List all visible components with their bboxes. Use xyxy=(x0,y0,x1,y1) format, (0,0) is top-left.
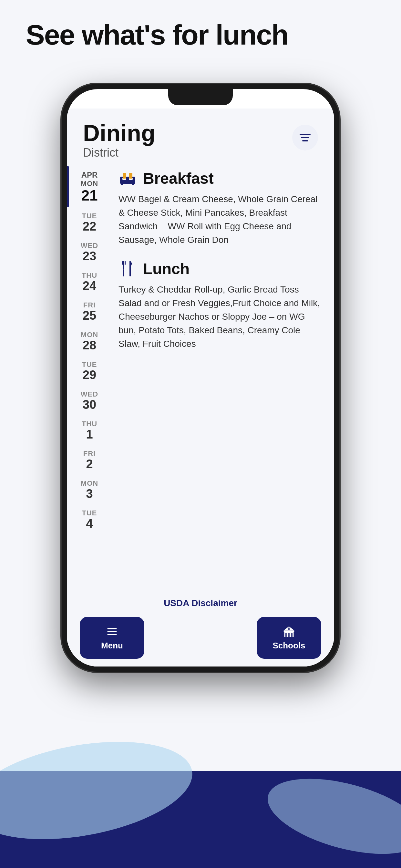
date-num: 4 xyxy=(86,517,93,530)
filter-button[interactable] xyxy=(292,125,318,151)
header-section: See what's for lunch xyxy=(0,20,401,51)
breakfast-section: Breakfast WW Bagel & Cream Cheese, Whole… xyxy=(119,169,321,247)
date-day-name: THU xyxy=(82,420,97,428)
svg-rect-3 xyxy=(123,173,126,179)
svg-rect-22 xyxy=(288,627,289,630)
menu-nav-button[interactable]: Menu xyxy=(80,617,144,659)
date-num: 24 xyxy=(83,280,96,292)
date-day-name: WED xyxy=(81,390,98,399)
date-day-name: MON xyxy=(81,479,98,488)
date-month: Apr xyxy=(81,170,98,180)
date-num: 22 xyxy=(83,220,96,232)
menu-nav-label: Menu xyxy=(101,641,123,651)
date-item[interactable]: WED 30 xyxy=(67,385,112,415)
date-day-name: TUE xyxy=(82,361,97,369)
notch xyxy=(168,89,233,105)
breakfast-icon xyxy=(119,169,136,187)
bottom-nav: Menu xyxy=(67,612,334,666)
app-title-block: Dining District xyxy=(83,121,155,159)
schools-nav-icon xyxy=(282,625,296,638)
svg-rect-6 xyxy=(121,183,123,185)
svg-rect-8 xyxy=(123,261,124,269)
date-num: 29 xyxy=(83,369,96,381)
date-item[interactable]: TUE 4 xyxy=(67,504,112,534)
lunch-description: Turkey & Cheddar Roll-up, Garlic Bread T… xyxy=(119,283,321,351)
schools-nav-label: Schools xyxy=(273,641,305,651)
svg-rect-0 xyxy=(120,177,135,184)
filter-line-3 xyxy=(302,140,308,142)
date-item-active[interactable]: Apr MON 21 xyxy=(67,166,112,207)
date-num: 30 xyxy=(83,399,96,411)
svg-rect-13 xyxy=(107,628,117,629)
date-num: 25 xyxy=(83,309,96,321)
date-day-name: WED xyxy=(81,242,98,250)
date-day-name: FRI xyxy=(83,450,96,458)
date-item[interactable]: WED 23 xyxy=(67,237,112,267)
schools-nav-button[interactable]: Schools xyxy=(257,617,321,659)
date-item[interactable]: FRI 25 xyxy=(67,297,112,326)
svg-rect-19 xyxy=(285,632,287,637)
date-item[interactable]: FRI 2 xyxy=(67,445,112,475)
app-header: Dining District xyxy=(67,108,334,166)
date-item[interactable]: MON 28 xyxy=(67,326,112,356)
lunch-icon xyxy=(119,259,136,278)
phone-outer: Dining District xyxy=(62,84,339,672)
lunch-header: Lunch xyxy=(119,259,321,278)
app-subtitle: District xyxy=(83,146,155,159)
filter-line-2 xyxy=(301,137,309,138)
date-day-name: TUE xyxy=(82,212,97,220)
phone-mockup: Dining District xyxy=(62,84,339,672)
date-item[interactable]: THU 24 xyxy=(67,267,112,297)
menu-nav-icon xyxy=(105,625,119,638)
menu-content: Breakfast WW Bagel & Cream Cheese, Whole… xyxy=(112,166,334,659)
date-num: 23 xyxy=(83,250,96,262)
breakfast-title: Breakfast xyxy=(143,169,214,187)
svg-rect-20 xyxy=(288,632,289,637)
date-day-name: THU xyxy=(82,271,97,280)
date-num: 2 xyxy=(86,458,93,470)
app-title: Dining xyxy=(83,121,155,145)
filter-line-1 xyxy=(300,134,311,135)
date-item[interactable]: TUE 29 xyxy=(67,356,112,385)
svg-rect-15 xyxy=(107,634,117,635)
headline: See what's for lunch xyxy=(26,20,375,51)
lunch-title: Lunch xyxy=(143,260,189,278)
breakfast-description: WW Bagel & Cream Cheese, Whole Grain Cer… xyxy=(119,192,321,247)
svg-rect-10 xyxy=(125,261,126,265)
svg-rect-5 xyxy=(134,180,135,184)
date-num: 21 xyxy=(81,188,97,203)
date-day-name: TUE xyxy=(82,509,97,517)
date-item[interactable]: THU 1 xyxy=(67,415,112,445)
date-num: 1 xyxy=(86,428,93,440)
main-area: Apr MON 21 TUE 22 WED 23 xyxy=(67,166,334,659)
phone-screen: Dining District xyxy=(67,89,334,666)
svg-rect-14 xyxy=(107,631,117,632)
svg-rect-21 xyxy=(291,632,292,637)
svg-rect-4 xyxy=(129,173,132,179)
screen-content: Dining District xyxy=(67,108,334,666)
date-item[interactable]: MON 3 xyxy=(67,475,112,504)
date-day-name: MON xyxy=(81,331,98,339)
svg-rect-11 xyxy=(123,269,124,276)
usda-disclaimer[interactable]: USDA Disclaimer xyxy=(67,598,334,609)
date-num: 3 xyxy=(86,488,93,500)
filter-icon xyxy=(300,134,311,142)
date-item[interactable]: TUE 22 xyxy=(67,207,112,237)
svg-rect-7 xyxy=(132,183,134,185)
date-num: 28 xyxy=(83,339,96,351)
breakfast-header: Breakfast xyxy=(119,169,321,187)
lunch-section: Lunch Turkey & Cheddar Roll-up, Garlic B… xyxy=(119,259,321,351)
date-day-name: FRI xyxy=(83,301,96,309)
svg-rect-17 xyxy=(284,630,295,632)
date-sidebar: Apr MON 21 TUE 22 WED 23 xyxy=(67,166,112,659)
svg-rect-9 xyxy=(122,261,123,265)
